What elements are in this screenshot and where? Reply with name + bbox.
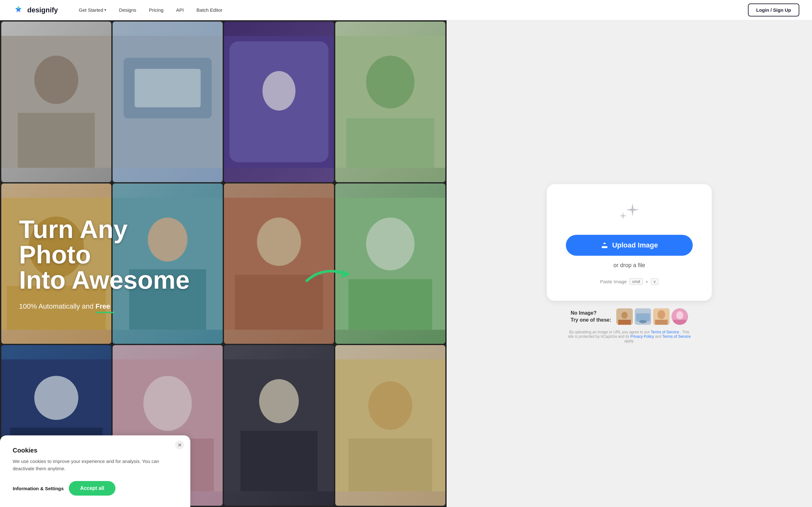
tos-text: By uploading an image or URL you agree t… — [566, 330, 693, 343]
logo-link[interactable]: designify — [13, 4, 58, 16]
cookie-banner: ✕ Cookies We use cookies to improve your… — [0, 435, 190, 507]
nav-designs[interactable]: Designs — [114, 5, 141, 15]
cookie-accept-button[interactable]: Accept all — [69, 481, 116, 496]
nav-batch-editor[interactable]: Batch Editor — [192, 5, 228, 15]
v-key: v — [651, 278, 659, 285]
paste-row: Paste Image cmd + v — [600, 278, 658, 285]
login-button[interactable]: Login / Sign Up — [748, 3, 799, 16]
free-underline — [96, 312, 114, 313]
svg-rect-41 — [618, 320, 631, 325]
cookie-text: We use cookies to improve your experienc… — [13, 458, 177, 472]
upload-card: Upload Image or drop a file Paste Image … — [547, 184, 712, 301]
sample-thumb-3[interactable] — [653, 308, 670, 325]
navbar-nav: Get Started ▾ Designs Pricing API Batch … — [74, 5, 748, 15]
right-panel: Upload Image or drop a file Paste Image … — [447, 20, 812, 507]
upload-image-button[interactable]: Upload Image — [566, 235, 693, 256]
cookie-settings-button[interactable]: Information & Settings — [13, 483, 64, 494]
sparkles-icon — [615, 200, 644, 225]
nav-api[interactable]: API — [171, 5, 189, 15]
hero-overlay: Turn Any Photo Into Awesome 100% Automat… — [0, 20, 447, 507]
svg-marker-37 — [342, 270, 351, 278]
cmd-key: cmd — [629, 278, 643, 285]
tos-link-2[interactable]: Privacy Policy — [630, 334, 654, 339]
sparkles-svg-icon — [615, 200, 644, 225]
nav-pricing[interactable]: Pricing — [144, 5, 169, 15]
hero-section: Turn Any Photo Into Awesome 100% Automat… — [0, 20, 447, 507]
hero-free-text: Free — [96, 302, 110, 311]
sample-thumbnails — [616, 308, 688, 325]
no-image-label: No Image? Try one of these: — [571, 309, 611, 324]
logo-text: designify — [27, 6, 58, 14]
logo-icon — [13, 4, 24, 16]
svg-point-49 — [676, 311, 683, 320]
cookie-actions: Information & Settings Accept all — [13, 481, 177, 496]
svg-point-40 — [621, 312, 628, 319]
no-image-row: No Image? Try one of these: — [571, 308, 688, 325]
svg-point-44 — [639, 320, 647, 323]
sample-thumb-1[interactable] — [616, 308, 633, 325]
nav-get-started[interactable]: Get Started ▾ — [74, 5, 112, 15]
cookie-close-button[interactable]: ✕ — [175, 441, 184, 449]
dropdown-chevron-icon: ▾ — [104, 8, 106, 12]
arrow-container — [304, 260, 354, 287]
upload-icon — [601, 241, 608, 249]
svg-rect-47 — [655, 320, 668, 325]
sample-thumb-4[interactable] — [671, 308, 688, 325]
navbar: designify Get Started ▾ Designs Pricing … — [0, 0, 812, 20]
main-container: Turn Any Photo Into Awesome 100% Automat… — [0, 0, 812, 507]
tos-link-3[interactable]: Terms of Service — [662, 334, 691, 339]
sample-thumb-2[interactable] — [635, 308, 651, 325]
green-arrow-icon — [304, 260, 354, 285]
cookie-title: Cookies — [13, 447, 177, 454]
tos-link-1[interactable]: Terms of Service — [651, 330, 679, 334]
hero-title: Turn Any Photo Into Awesome — [19, 217, 427, 293]
drop-text: or drop a file — [613, 262, 645, 269]
svg-point-46 — [658, 310, 665, 319]
svg-rect-50 — [673, 320, 686, 325]
hero-subtitle: 100% Automatically and Free — [19, 302, 427, 311]
